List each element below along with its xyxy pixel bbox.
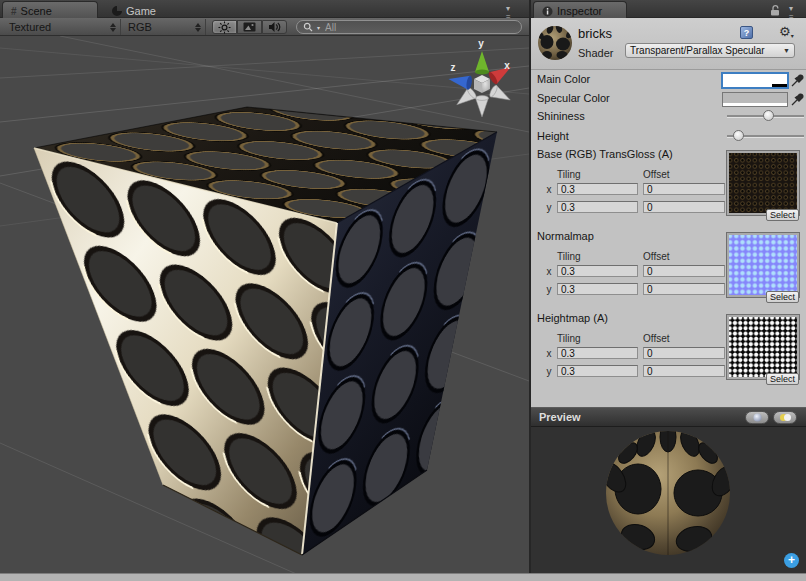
offset-y-input[interactable] [643, 201, 725, 213]
scene-toolbar: Textured RGB [0, 18, 529, 36]
y-axis-label: y [544, 366, 554, 377]
shader-label: Shader [578, 47, 613, 59]
eyedropper-icon[interactable] [791, 92, 804, 106]
main-color-swatch[interactable] [722, 73, 788, 88]
tab-scene[interactable]: # Scene [2, 1, 98, 18]
preview-title: Preview [539, 411, 581, 423]
texture-section-heightmap: Heightmap (A) Tiling Offset x y Select [533, 312, 800, 392]
tiling-y-input[interactable] [557, 365, 638, 377]
normalmap-texture-thumbnail[interactable]: Select [726, 232, 800, 298]
lock-icon[interactable] [770, 4, 780, 16]
specular-color-swatch[interactable] [722, 92, 788, 107]
render-mode-dropdown[interactable]: Textured [2, 19, 121, 35]
inspector-body: bricks Shader Transparent/Parallax Specu… [531, 18, 806, 407]
texture-section-base: Base (RGB) TransGloss (A) Tiling Offset … [533, 148, 800, 228]
preview-shape-button[interactable] [745, 411, 769, 424]
scene-search-field[interactable]: ▾ [296, 20, 522, 34]
tiling-x-input[interactable] [557, 265, 638, 277]
tab-inspector[interactable]: Inspector [533, 1, 627, 18]
offset-x-input[interactable] [643, 347, 725, 359]
tiling-header: Tiling [557, 251, 581, 262]
scene-panel: # Scene Game ▾≡ Textured RGB [0, 0, 529, 573]
add-icon[interactable]: + [784, 553, 799, 568]
select-texture-button[interactable]: Select [766, 209, 799, 221]
specular-color-alpha-bar [723, 103, 787, 106]
material-preview-area[interactable]: + [531, 427, 806, 573]
offset-header: Offset [643, 169, 670, 180]
search-icon [303, 22, 314, 33]
preview-lighting-button[interactable] [773, 411, 797, 424]
search-filter-caret-icon: ▾ [317, 24, 320, 31]
texture-section-normalmap: Normalmap Tiling Offset x y Select [533, 230, 800, 310]
tiling-x-input[interactable] [557, 347, 638, 359]
scene-viewport[interactable]: y x z [0, 36, 529, 573]
unity-editor-window: # Scene Game ▾≡ Textured RGB [0, 0, 806, 581]
offset-y-input[interactable] [643, 283, 725, 295]
info-icon [542, 6, 553, 17]
slider-knob[interactable] [763, 110, 774, 121]
height-slider[interactable] [727, 130, 804, 142]
gizmo-x-axis[interactable] [487, 61, 514, 85]
preview-lighting-icon [779, 413, 792, 422]
sun-icon [218, 21, 231, 34]
help-icon[interactable]: ? [740, 26, 753, 39]
game-icon [112, 6, 122, 16]
x-axis-label: x [544, 348, 554, 359]
main-color-label: Main Color [537, 73, 590, 85]
tiling-y-input[interactable] [557, 283, 638, 295]
chevron-down-icon: ▼ [783, 47, 790, 54]
tab-inspector-label: Inspector [557, 5, 602, 17]
gizmo-y-label: y [478, 38, 484, 49]
offset-x-input[interactable] [643, 183, 725, 195]
y-axis-label: y [544, 202, 554, 213]
preview-header[interactable]: Preview [531, 407, 806, 427]
gizmo-z-label: z [451, 62, 456, 73]
preview-sphere-icon [753, 413, 762, 422]
base-texture-thumbnail[interactable]: Select [726, 150, 800, 216]
channel-mode-dropdown[interactable]: RGB [121, 19, 206, 35]
shader-dropdown[interactable]: Transparent/Parallax Specular ▼ [625, 43, 795, 58]
preview-sphere-render [531, 427, 806, 573]
scene-view-mode-button[interactable] [237, 20, 262, 34]
tiling-x-input[interactable] [557, 183, 638, 195]
specular-color-label: Specular Color [537, 92, 610, 104]
offset-x-input[interactable] [643, 265, 725, 277]
eyedropper-icon[interactable] [791, 73, 804, 87]
gear-icon[interactable]: ⚙▾ [779, 24, 794, 39]
gizmo-x-label: x [504, 60, 510, 71]
speaker-icon [268, 21, 281, 33]
x-axis-label: x [544, 184, 554, 195]
tiling-header: Tiling [557, 333, 581, 344]
updown-arrows-icon [102, 23, 116, 32]
textured-cube[interactable] [34, 107, 497, 555]
inspector-panel: Inspector ▾≡ [531, 0, 806, 573]
status-bar [0, 573, 806, 581]
shader-value: Transparent/Parallax Specular [630, 45, 765, 56]
shininess-label: Shininess [537, 110, 585, 122]
shininess-slider[interactable] [727, 110, 804, 122]
audio-toggle-button[interactable] [262, 20, 287, 34]
inspector-tabbar: Inspector ▾≡ [531, 0, 806, 18]
offset-y-input[interactable] [643, 365, 725, 377]
tiling-y-input[interactable] [557, 201, 638, 213]
select-texture-button[interactable]: Select [766, 373, 799, 385]
slider-knob[interactable] [733, 130, 744, 141]
search-input[interactable] [323, 21, 515, 34]
channel-mode-value: RGB [128, 21, 152, 33]
x-axis-label: x [544, 266, 554, 277]
tab-game-label: Game [126, 5, 156, 17]
scene-3d-render: y x z [0, 36, 529, 573]
offset-header: Offset [643, 251, 670, 262]
gizmo-y-axis[interactable] [475, 51, 489, 75]
material-header: bricks Shader Transparent/Parallax Specu… [531, 18, 806, 70]
select-texture-button[interactable]: Select [766, 291, 799, 303]
lighting-toggle-button[interactable] [212, 20, 237, 34]
tab-game[interactable]: Game [104, 1, 194, 18]
heightmap-texture-thumbnail[interactable]: Select [726, 314, 800, 380]
material-name: bricks [578, 26, 612, 41]
section-title: Base (RGB) TransGloss (A) [537, 148, 673, 160]
offset-header: Offset [643, 333, 670, 344]
material-sphere-icon [535, 23, 575, 63]
height-label: Height [537, 130, 569, 142]
tab-scene-label: Scene [21, 5, 52, 17]
